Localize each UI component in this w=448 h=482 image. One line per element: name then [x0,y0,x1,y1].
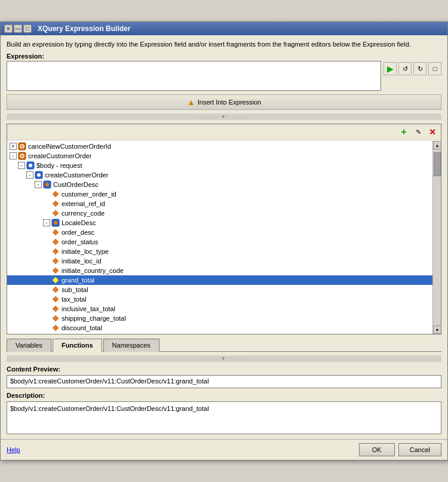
tree-item-label: shipping_charge_total [62,315,430,322]
tree-item[interactable]: initiate_country_code [7,266,432,275]
svg-point-7 [29,164,32,167]
scroll-up-btn[interactable]: ▲ [433,141,441,149]
tree-item[interactable]: initiate_loc_type [7,247,432,256]
delete-item-button[interactable]: ✕ [426,126,438,138]
tree-item-label: createCustomerOrder [28,152,430,159]
svg-marker-24 [53,296,59,302]
tab-functions[interactable]: Functions [53,339,102,352]
expr-toolbar: ▶ ↺ ↻ □ [383,61,441,75]
tab-namespaces[interactable]: Namespaces [103,339,159,352]
expand-btn[interactable]: + [10,143,17,150]
tree-item[interactable]: sub_total [7,285,432,294]
description-label: Description: [7,392,441,399]
undo-button[interactable]: ↺ [398,62,412,75]
svg-marker-12 [53,191,59,197]
service-icon [18,142,26,151]
svg-marker-22 [53,277,59,283]
field-icon [43,180,51,189]
tree-item[interactable]: tax_total [7,294,432,304]
scrollbar[interactable]: ▲ ▼ [432,141,441,334]
bottom-bar: Help OK Cancel [1,439,447,460]
dialog-buttons: OK Cancel [359,443,441,456]
svg-point-5 [22,155,23,156]
expression-section: Expression: ▶ ↺ ↻ [7,53,441,91]
description-box: $body/v1:createCustomerOrder/v11:CustOrd… [7,401,441,434]
insert-bar-label: Insert Into Expression [198,99,261,106]
tree-item-label: initiate_country_code [62,267,430,274]
minimize-window-btn[interactable]: — [14,24,22,33]
no-expand [43,200,50,207]
tree-item[interactable]: initiate_loc_id [7,256,432,266]
diamond-icon [51,257,60,265]
expression-input[interactable] [7,61,381,91]
tree-item[interactable]: order_status [7,237,432,247]
expression-label: Expression: [7,53,441,60]
tree-item[interactable]: - $body - request [7,161,432,170]
svg-point-2 [22,146,23,147]
tree-item[interactable]: - CustOrderDesc [7,180,432,189]
tree-item-label: customer_order_id [62,191,430,198]
tree-item-label: external_ref_id [62,200,430,207]
tree-item[interactable]: customer_order_id [7,189,432,199]
no-expand [43,238,50,245]
add-item-button[interactable]: + [398,126,410,138]
cancel-button[interactable]: Cancel [398,443,441,456]
tree-item[interactable]: external_ref_id [7,199,432,208]
tabs-row: Variables Functions Namespaces [7,338,441,352]
no-expand [43,257,50,265]
diamond-icon [51,199,60,208]
svg-marker-13 [53,201,59,207]
ok-button[interactable]: OK [359,443,395,456]
tree-item[interactable]: discount_total [7,323,432,333]
separator-bottom: ·········▼········· [7,355,441,362]
diamond-icon [51,238,60,246]
help-link[interactable]: Help [7,446,20,453]
no-expand [43,286,50,293]
svg-marker-20 [53,258,59,264]
svg-marker-14 [53,210,59,216]
expand-btn[interactable]: - [26,171,33,179]
svg-marker-27 [53,325,59,331]
close-window-btn[interactable]: × [4,24,13,33]
tree-item[interactable]: - createCustomerOrder [7,151,432,161]
pencil-icon: ✎ [416,128,421,136]
tab-variables[interactable]: Variables [7,339,51,352]
no-expand [43,248,50,255]
plus-icon: + [401,127,406,137]
diamond-icon [51,276,60,284]
separator-top: ·········▼········· [7,113,441,120]
play-icon: ▶ [387,64,394,73]
no-expand [43,296,50,303]
no-expand [43,267,50,274]
tree-item-label: grand_total [62,277,430,284]
tree-item[interactable]: - createCustomerOrder [7,170,432,180]
diamond-icon [51,285,60,294]
tree-item[interactable]: + cancelNewCustomerOrderId [7,142,432,151]
diamond-icon [51,324,60,332]
redo-button[interactable]: ↻ [413,62,426,75]
insert-bar[interactable]: ▲ Insert Into Expression [7,94,441,110]
scroll-thumb[interactable] [434,152,441,176]
scroll-down-btn[interactable]: ▼ [433,326,441,334]
tree-item[interactable]: order_desc [7,228,432,237]
edit-item-button[interactable]: ✎ [412,126,424,138]
tree-item[interactable]: shipping_charge_total [7,314,432,323]
tree-item[interactable]: - LocaleDesc [7,218,432,228]
restore-window-btn[interactable]: □ [23,24,32,33]
expand-button[interactable]: □ [428,62,441,75]
tree-item-label: cancelNewCustomerOrderId [28,143,430,150]
diamond-icon [51,209,60,217]
tree-item[interactable]: currency_code [7,208,432,218]
insert-arrow-icon: ▲ [187,97,195,107]
tree-content[interactable]: + cancelNewCustomerOrderId - [7,140,441,334]
run-button[interactable]: ▶ [383,62,397,75]
expand-btn[interactable]: - [35,181,42,188]
tree-item-selected[interactable]: grand_total [7,275,432,285]
tree-item[interactable]: inclusive_tax_total [7,304,432,314]
description-section: Description: $body/v1:createCustomerOrde… [7,392,441,434]
expand-btn[interactable]: - [18,162,25,169]
undo-icon: ↺ [403,65,408,73]
service-icon [18,152,26,160]
expand-btn[interactable]: - [10,152,17,159]
expand-btn[interactable]: - [43,219,50,226]
